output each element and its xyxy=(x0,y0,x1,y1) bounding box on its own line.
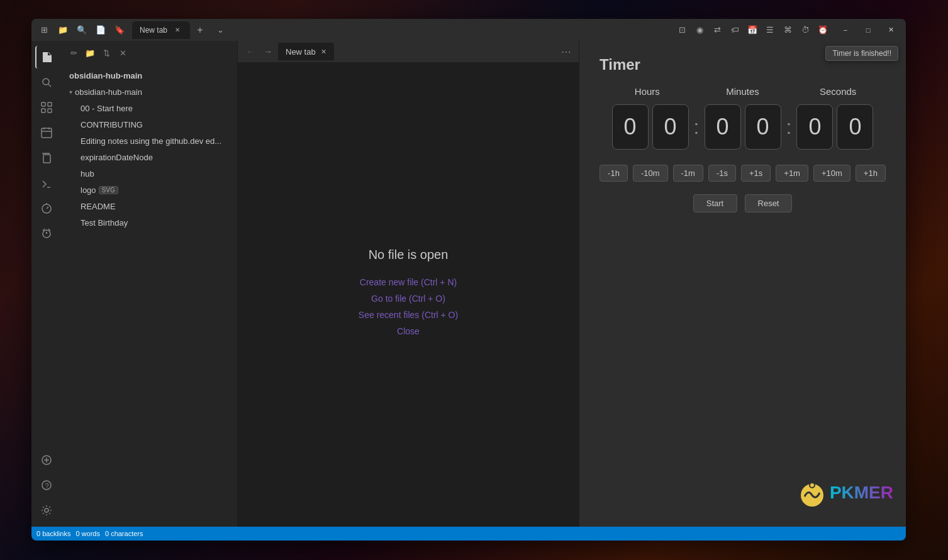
activity-calendar[interactable] xyxy=(35,121,58,144)
file-item-readme[interactable]: README xyxy=(62,198,237,214)
close-sidebar-button[interactable]: ✕ xyxy=(116,46,130,60)
tab-dropdown-icon[interactable]: ⌄ xyxy=(213,23,228,38)
new-tab[interactable]: New tab ✕ xyxy=(132,21,190,39)
file-label: hub xyxy=(81,169,94,178)
plus-10m-button[interactable]: +10m xyxy=(813,165,850,182)
pkmer-text: PKMER xyxy=(830,483,893,503)
activity-alarm[interactable] xyxy=(35,222,58,244)
hours-digit-2[interactable]: 0 xyxy=(652,104,689,150)
title-bar: ⊞ 📁 🔍 📄 🔖 New tab ✕ + ⌄ ⊡ ◉ ⇄ 🏷 📅 ☰ ⌘ ⏱ … xyxy=(31,19,906,41)
hours-label: Hours xyxy=(606,86,688,97)
plus-1s-button[interactable]: +1s xyxy=(741,165,771,182)
folder-icon[interactable]: 📁 xyxy=(55,23,70,38)
forward-button[interactable]: → xyxy=(260,44,276,59)
svg-text:?: ? xyxy=(45,482,49,490)
command-icon[interactable]: ⌘ xyxy=(780,23,795,38)
editor-more-button[interactable]: ⋯ xyxy=(559,44,574,59)
stopwatch-icon[interactable]: ⏱ xyxy=(798,23,813,38)
alarm-icon[interactable]: ⏰ xyxy=(815,23,830,38)
new-file-icon[interactable]: 📄 xyxy=(93,23,108,38)
file-item-contributing[interactable]: CONTRIBUTING xyxy=(62,116,237,133)
tab-label: New tab xyxy=(140,26,167,35)
add-tab-button[interactable]: + xyxy=(192,23,208,38)
back-button[interactable]: ← xyxy=(243,44,258,59)
toggle-sidebar-icon[interactable]: ⊞ xyxy=(36,23,52,38)
file-item-hub[interactable]: hub xyxy=(62,165,237,182)
file-label: README xyxy=(81,202,116,211)
activity-graph[interactable] xyxy=(35,96,58,119)
title-bar-right-icons: ⊡ ◉ ⇄ 🏷 📅 ☰ ⌘ ⏱ ⏰ xyxy=(674,23,830,38)
minus-1h-button[interactable]: -1h xyxy=(599,165,628,182)
file-label: 00 - Start here xyxy=(81,104,133,113)
activity-search[interactable] xyxy=(35,71,58,94)
words-status: 0 words xyxy=(75,530,100,537)
file-item-editing[interactable]: Editing notes using the github.dev ed... xyxy=(62,133,237,149)
svg-rect-5 xyxy=(48,109,52,113)
minus-1s-button[interactable]: -1s xyxy=(708,165,736,182)
activity-publish[interactable] xyxy=(35,449,58,471)
characters-status: 0 characters xyxy=(105,530,143,537)
file-label: Test Birthday xyxy=(81,218,128,228)
activity-help[interactable]: ? xyxy=(35,474,58,497)
svg-rect-2 xyxy=(42,102,45,106)
sub-folder-item[interactable]: ▾ obsidian-hub-main xyxy=(62,84,237,100)
start-button[interactable]: Start xyxy=(693,194,737,212)
minimize-button[interactable]: − xyxy=(835,23,856,37)
timer-labels: Hours Minutes Seconds xyxy=(599,86,886,97)
new-note-button[interactable]: ✏ xyxy=(67,46,81,60)
sync-icon[interactable]: ⇄ xyxy=(710,23,725,38)
seconds-digit-2[interactable]: 0 xyxy=(837,104,873,150)
minutes-digit-2[interactable]: 0 xyxy=(745,104,781,150)
svg-line-14 xyxy=(47,207,48,209)
file-tree: obsidian-hub-main ▾ obsidian-hub-main 00… xyxy=(62,65,237,527)
maximize-button[interactable]: □ xyxy=(858,23,878,37)
activity-settings[interactable] xyxy=(35,499,58,522)
tab-close-button[interactable]: ✕ xyxy=(172,25,182,35)
pkmer-icon xyxy=(797,478,827,508)
list-icon[interactable]: ☰ xyxy=(762,23,778,38)
file-item-birthday[interactable]: Test Birthday xyxy=(62,214,237,231)
timer-display: 0 0 : 0 0 : 0 0 xyxy=(599,104,886,150)
file-label: logo xyxy=(81,185,96,195)
pkmer-logo: PKMER xyxy=(797,478,893,508)
file-item-expiration[interactable]: expirationDateNode xyxy=(62,149,237,165)
window-left-icons: ⊞ 📁 🔍 📄 🔖 xyxy=(36,23,127,38)
go-to-file-link[interactable]: Go to file (Ctrl + O) xyxy=(371,294,445,304)
file-label: CONTRIBUTING xyxy=(81,120,143,129)
sort-button[interactable]: ⇅ xyxy=(99,46,113,60)
svg-point-0 xyxy=(43,79,49,85)
file-item-logo[interactable]: logo SVG xyxy=(62,182,237,198)
bookmark-icon[interactable]: 🔖 xyxy=(112,23,127,38)
file-item-start[interactable]: 00 - Start here xyxy=(62,100,237,116)
timer-panel: Timer is finished!! Timer Hours Minutes … xyxy=(579,41,906,527)
editor-tab-close[interactable]: ✕ xyxy=(321,48,326,56)
close-link[interactable]: Close xyxy=(397,326,420,336)
new-folder-button[interactable]: 📁 xyxy=(83,46,97,60)
split-view-icon[interactable]: ⊡ xyxy=(674,23,689,38)
activity-copy[interactable] xyxy=(35,146,58,169)
editor-content: No file is open Create new file (Ctrl + … xyxy=(238,63,579,527)
chevron-down-icon: ▾ xyxy=(69,89,72,96)
activity-files[interactable] xyxy=(35,46,58,69)
search-icon[interactable]: 🔍 xyxy=(74,23,89,38)
colon-1: : xyxy=(694,116,700,139)
minutes-label: Minutes xyxy=(701,86,783,97)
graph-icon[interactable]: ◉ xyxy=(692,23,707,38)
minus-10m-button[interactable]: -10m xyxy=(633,165,668,182)
create-new-file-link[interactable]: Create new file (Ctrl + N) xyxy=(360,277,457,287)
reset-button[interactable]: Reset xyxy=(745,194,793,212)
hours-digit-1[interactable]: 0 xyxy=(612,104,649,150)
minus-1m-button[interactable]: -1m xyxy=(673,165,703,182)
root-folder-item[interactable]: obsidian-hub-main xyxy=(62,67,237,84)
plus-1h-button[interactable]: +1h xyxy=(856,165,886,182)
plus-1m-button[interactable]: +1m xyxy=(776,165,808,182)
editor-tab-new[interactable]: New tab ✕ xyxy=(278,43,334,60)
tag-icon[interactable]: 🏷 xyxy=(727,23,742,38)
seconds-digit-1[interactable]: 0 xyxy=(796,104,833,150)
minutes-digit-1[interactable]: 0 xyxy=(705,104,741,150)
see-recent-files-link[interactable]: See recent files (Ctrl + O) xyxy=(359,310,458,320)
calendar-icon[interactable]: 📅 xyxy=(745,23,760,38)
activity-terminal[interactable] xyxy=(35,172,58,194)
close-button[interactable]: ✕ xyxy=(881,23,901,37)
activity-timer[interactable] xyxy=(35,197,58,219)
